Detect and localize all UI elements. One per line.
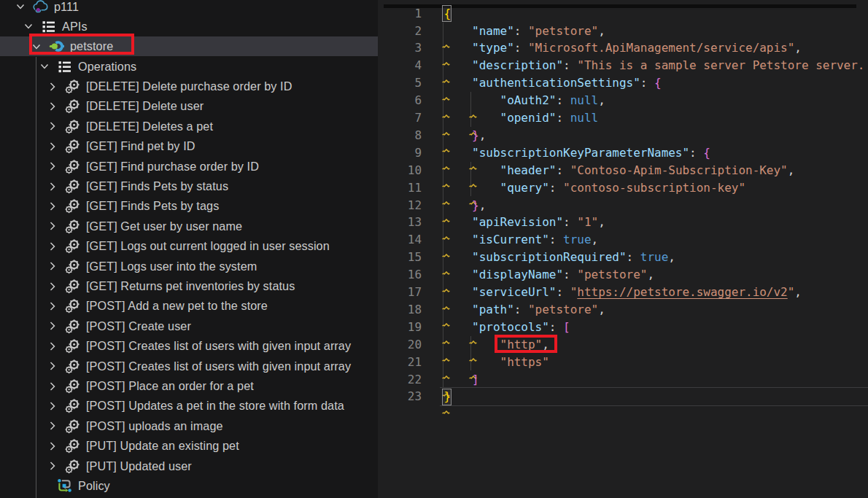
gears-icon — [65, 139, 80, 154]
code-line-19[interactable]: "protocols": [ — [444, 319, 570, 336]
code-line-9[interactable]: "subscriptionKeyParameterNames": { — [444, 144, 710, 162]
chevron-right-icon[interactable] — [47, 360, 58, 372]
tree-item-post-updates-a-pet-in-the-store-with-form-data[interactable]: [POST] Updates a pet in the store with f… — [0, 396, 378, 416]
token-s: "This is a sample server Petstore server… — [577, 58, 868, 72]
token-s: "contoso-subscription-key" — [563, 181, 745, 195]
line-number: 17 — [379, 284, 422, 301]
code-line-12[interactable]: }, — [444, 197, 487, 214]
code-line-8[interactable]: }, — [444, 127, 487, 144]
chevron-right-icon[interactable] — [47, 101, 58, 112]
chevron-right-icon[interactable] — [47, 400, 58, 412]
gears-icon — [65, 198, 80, 214]
code-line-6[interactable]: "oAuth2": null, — [444, 92, 605, 109]
tree-item-get-find-pet-by-id[interactable]: [GET] Find pet by ID — [0, 136, 378, 156]
code-line-4[interactable]: "description": "This is a sample server … — [444, 57, 868, 74]
chevron-down-icon[interactable] — [39, 61, 50, 72]
tree-item-get-find-purchase-order-by-id[interactable]: [GET] Find purchase order by ID — [0, 157, 378, 176]
token-p: , — [788, 163, 795, 177]
token-k: "displayName" — [472, 268, 563, 281]
token-k: "path" — [472, 303, 514, 316]
twistie-spacer — [39, 481, 50, 492]
chevron-right-icon[interactable] — [47, 260, 58, 272]
chevron-right-icon[interactable] — [47, 420, 58, 432]
tree-item-put-update-an-existing-pet[interactable]: [PUT] Update an existing pet — [0, 436, 378, 456]
tree-item-label: [GET] Find pet by ID — [86, 139, 195, 153]
chevron-right-icon[interactable] — [47, 181, 58, 192]
chevron-right-icon[interactable] — [47, 460, 58, 472]
chevron-down-icon[interactable] — [23, 20, 34, 32]
token-b1: [ — [563, 320, 570, 334]
code-line-17[interactable]: "serviceUrl": "https://petstore.swagger.… — [444, 284, 802, 301]
tree-item-delete-delete-purchase-order-by-id[interactable]: [DELETE] Delete purchase order by ID — [0, 77, 378, 96]
code-line-22[interactable]: ] — [444, 371, 479, 389]
tree-item-post-place-an-order-for-a-pet[interactable]: [POST] Place an order for a pet — [0, 376, 378, 396]
tree-item-post-creates-list-of-users-with-given-input-array[interactable]: [POST] Creates list of users with given … — [0, 357, 378, 376]
chevron-right-icon[interactable] — [47, 341, 58, 352]
code-line-14[interactable]: "isCurrent": true, — [444, 231, 599, 249]
chevron-right-icon[interactable] — [47, 220, 58, 232]
tree-item-post-uploads-an-image[interactable]: [POST] uploads an image — [0, 416, 378, 436]
gears-icon — [65, 79, 80, 94]
code-line-5[interactable]: "authenticationSettings": { — [444, 74, 662, 92]
tree-item-post-add-a-new-pet-to-the-store[interactable]: [POST] Add a new pet to the store — [0, 296, 378, 316]
code-line-15[interactable]: "subscriptionRequired": true, — [444, 249, 675, 266]
code-line-21[interactable]: "https" — [444, 354, 549, 371]
tree-item-get-finds-pets-by-tags[interactable]: [GET] Finds Pets by tags — [0, 196, 378, 216]
tree-item-operations[interactable]: Operations — [0, 57, 378, 77]
chevron-right-icon[interactable] — [47, 201, 58, 212]
code-line-3[interactable]: "type": "Microsoft.ApiManagement/service… — [444, 39, 802, 57]
tree-item-get-logs-out-current-logged-in-user-session[interactable]: [GET] Logs out current logged in user se… — [0, 236, 378, 256]
token-w — [444, 320, 472, 334]
chevron-right-icon[interactable] — [47, 381, 58, 392]
chevron-right-icon[interactable] — [47, 300, 58, 312]
line-number: 20 — [379, 336, 422, 354]
token-k: "serviceUrl" — [472, 285, 556, 299]
chevron-right-icon[interactable] — [47, 120, 58, 132]
chevron-right-icon[interactable] — [47, 320, 58, 332]
token-p: : — [627, 250, 640, 264]
code-line-2[interactable]: "name": "petstore", — [444, 23, 605, 40]
code-line-13[interactable]: "apiRevision": "1", — [444, 214, 605, 231]
tree-item-get-finds-pets-by-status[interactable]: [GET] Finds Pets by status — [0, 176, 378, 196]
tree-item-delete-delete-user[interactable]: [DELETE] Delete user — [0, 96, 378, 116]
token-u: https://petstore.swagger.io/v2 — [577, 285, 787, 299]
code-line-11[interactable]: "query": "contoso-subscription-key" — [444, 179, 745, 197]
tree-item-label: [GET] Find purchase order by ID — [86, 160, 259, 174]
tree-item-post-create-user[interactable]: [POST] Create user — [0, 316, 378, 336]
tree-item-get-logs-user-into-the-system[interactable]: [GET] Logs user into the system — [0, 257, 378, 276]
chevron-right-icon[interactable] — [47, 241, 58, 252]
gears-icon — [65, 378, 80, 394]
tree-item-p111[interactable]: p111 — [0, 0, 378, 17]
chevron-right-icon[interactable] — [47, 440, 58, 452]
chevron-right-icon[interactable] — [47, 281, 58, 292]
chevron-right-icon[interactable] — [47, 81, 58, 93]
tree-item-get-returns-pet-inventories-by-status[interactable]: [GET] Returns pet inventories by status — [0, 276, 378, 296]
code-line-23[interactable]: } — [444, 388, 452, 405]
code-line-10[interactable]: "header": "Contoso-Apim-Subscription-Key… — [444, 162, 795, 179]
chevron-down-icon[interactable] — [15, 1, 26, 12]
token-p: , — [794, 285, 802, 299]
code-line-7[interactable]: "openid": null — [444, 109, 599, 127]
chevron-right-icon[interactable] — [47, 141, 58, 152]
tree-item-put-updated-user[interactable]: [PUT] Updated user — [0, 456, 378, 476]
json-editor[interactable]: 1{2 "name": "petstore",3 "type": "Micros… — [378, 0, 868, 498]
token-p: , — [647, 268, 654, 281]
tree-item-delete-deletes-a-pet[interactable]: [DELETE] Deletes a pet — [0, 117, 378, 136]
apim-service-icon — [33, 0, 48, 15]
line-number: 19 — [379, 319, 422, 336]
token-p: : — [549, 233, 563, 246]
tree-item-label: [POST] uploads an image — [86, 419, 223, 433]
tree-item-get-get-user-by-user-name[interactable]: [GET] Get user by user name — [0, 217, 378, 236]
token-p: : — [563, 58, 577, 72]
tree-item-label: [POST] Creates list of users with given … — [86, 359, 351, 373]
code-line-16[interactable]: "displayName": "petstore", — [444, 266, 654, 284]
token-w — [444, 250, 472, 264]
code-line-18[interactable]: "path": "petstore", — [444, 301, 605, 319]
tree-item-post-creates-list-of-users-with-given-input-array[interactable]: [POST] Creates list of users with given … — [0, 336, 378, 356]
tree-item-policy[interactable]: Policy — [0, 476, 378, 496]
token-b0: { — [444, 7, 452, 20]
chevron-right-icon[interactable] — [47, 160, 58, 172]
code-line-1[interactable]: { — [444, 5, 452, 23]
token-b1: { — [654, 76, 662, 90]
token-w — [444, 146, 472, 160]
